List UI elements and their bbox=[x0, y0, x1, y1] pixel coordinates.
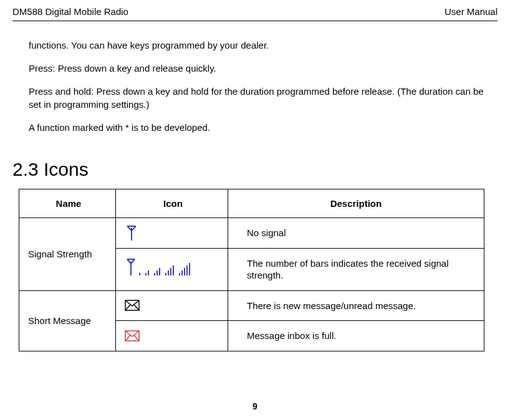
cell-msg-desc-2: Message inbox is full. bbox=[228, 321, 484, 351]
cell-signal-desc-1: No signal bbox=[228, 218, 484, 249]
cell-signal-name: Signal Strength bbox=[19, 218, 116, 291]
antenna-bars-icon bbox=[125, 257, 200, 282]
icons-table: Name Icon Description Signal Strength No… bbox=[19, 189, 484, 351]
envelope-icon bbox=[125, 300, 140, 311]
table-row: Short Message There is new message/unrea… bbox=[19, 290, 484, 321]
cell-signal-icon-2 bbox=[116, 248, 228, 290]
cell-msg-icon-1 bbox=[116, 290, 228, 321]
table-header-row: Name Icon Description bbox=[19, 189, 484, 218]
svg-line-25 bbox=[134, 305, 139, 310]
paragraph-asterisk: A function marked with * is to be develo… bbox=[29, 121, 491, 134]
svg-line-6 bbox=[127, 259, 131, 264]
cell-msg-icon-2 bbox=[116, 321, 228, 351]
cell-signal-desc-2: The number of bars indicates the receive… bbox=[228, 248, 484, 290]
body-content: functions. You can have keys programmed … bbox=[29, 39, 491, 134]
cell-signal-icon-1 bbox=[116, 218, 228, 249]
cell-msg-name: Short Message bbox=[19, 290, 116, 351]
header-product: DM588 Digital Mobile Radio bbox=[12, 6, 128, 17]
antenna-no-signal-icon bbox=[125, 224, 138, 242]
svg-line-7 bbox=[131, 259, 135, 264]
page-header: DM588 Digital Mobile Radio User Manual bbox=[12, 6, 498, 21]
table-row: Signal Strength No signal bbox=[19, 218, 484, 249]
cell-msg-desc-1: There is new message/unread message. bbox=[228, 290, 484, 321]
th-description: Description bbox=[228, 189, 484, 218]
th-icon: Icon bbox=[116, 189, 228, 218]
envelope-full-icon bbox=[125, 330, 140, 341]
paragraph-press-hold: Press and hold: Press down a key and hol… bbox=[29, 85, 491, 111]
header-doc-type: User Manual bbox=[445, 6, 498, 17]
th-name: Name bbox=[19, 189, 116, 218]
paragraph-press: Press: Press down a key and release quic… bbox=[29, 62, 491, 75]
section-heading-icons: 2.3 Icons bbox=[12, 159, 498, 180]
svg-line-28 bbox=[134, 335, 139, 341]
svg-line-27 bbox=[125, 335, 130, 341]
svg-line-3 bbox=[132, 226, 136, 231]
svg-line-24 bbox=[125, 305, 130, 310]
page-number: 9 bbox=[0, 401, 510, 411]
svg-line-2 bbox=[127, 226, 132, 231]
paragraph-functions: functions. You can have keys programmed … bbox=[29, 39, 491, 52]
